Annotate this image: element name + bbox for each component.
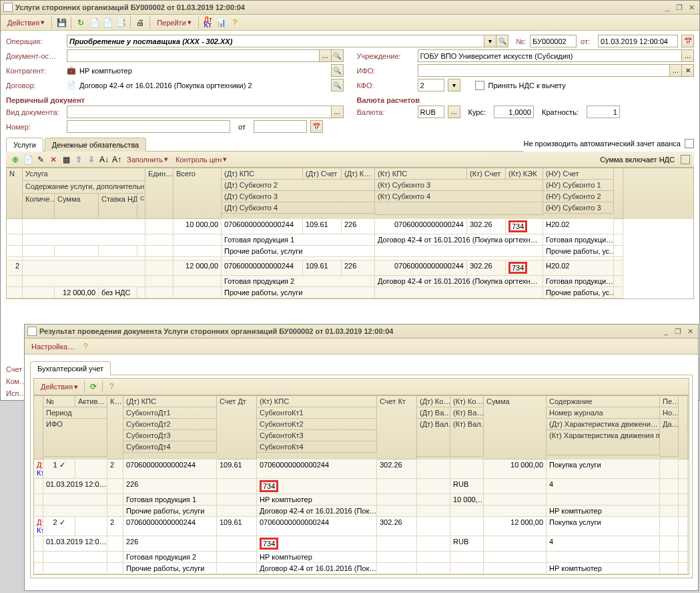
op-dropdown[interactable]: ▾ (484, 35, 496, 47)
col-dtschet[interactable]: (Дт) Счет (303, 168, 342, 180)
kontragent-input[interactable] (77, 64, 332, 77)
copy-icon[interactable]: 📄 (102, 17, 113, 28)
col-usluga[interactable]: Услуга (23, 168, 145, 181)
actions-menu[interactable]: Действия ▾ (5, 17, 47, 28)
nomer-date[interactable] (254, 120, 307, 133)
col-skkt1[interactable]: СубконтоКт1 (257, 407, 377, 419)
col-dthar[interactable]: (Дт) Характеристика движени… (547, 419, 660, 430)
col-no[interactable]: Но… (660, 407, 679, 419)
dogovor-search[interactable]: 🔍 (331, 79, 344, 91)
col-dtsk3[interactable]: (Дт) Субконто 3 (222, 191, 375, 202)
col-skdt1[interactable]: СубконтоДт1 (123, 407, 217, 419)
uchr-pick[interactable]: … (681, 49, 694, 62)
col-ktva[interactable]: (Кт) Ва… (450, 407, 484, 419)
col-ktkps[interactable]: (Кт) КПС (257, 396, 377, 407)
nomer-date-pick[interactable]: 📅 (310, 120, 323, 133)
col-dtko[interactable]: (Дт) Ко… (417, 396, 450, 407)
col-kol[interactable]: Количе… (23, 194, 55, 219)
ifo-input[interactable] (418, 64, 671, 77)
kontr-search[interactable]: 🔍 (331, 64, 344, 77)
col-pe[interactable]: Пе… (660, 396, 679, 407)
col-schetkt[interactable]: Счет Кт (377, 396, 417, 459)
col-dtva[interactable]: (Дт) Ва… (417, 407, 450, 419)
num-input[interactable] (530, 35, 577, 47)
add-copy-icon[interactable]: 📄 (23, 154, 33, 165)
col-dtkps[interactable]: (Дт) КПС (222, 168, 303, 180)
grid-row[interactable]: 1 10 000,00 07060000000000244 109.61 226… (7, 219, 693, 260)
maximize-button[interactable]: ❐ (673, 327, 683, 336)
col-ktkek[interactable]: (Кт) КЭК (506, 168, 543, 180)
based-icon[interactable]: 📑 (115, 17, 126, 28)
chart-icon[interactable]: 📊 (216, 17, 227, 28)
tab-uslugi[interactable]: Услуги (6, 138, 43, 152)
col-sn[interactable]: С…Н… (137, 194, 145, 219)
close-button[interactable]: ✕ (686, 3, 697, 12)
kurs-input[interactable] (494, 106, 534, 118)
result-row[interactable]: ДтКт 2 ✓ 2 07060000000000244109.61 07060… (34, 517, 689, 536)
col-nusk1[interactable]: (НУ) Субконто 1 (543, 180, 614, 191)
col-ifo[interactable]: ИФО (43, 419, 107, 457)
valuta-input[interactable] (418, 106, 444, 118)
tab-denezh[interactable]: Денежные обязательства (45, 138, 146, 152)
goto-menu[interactable]: Перейти ▾ (154, 17, 194, 28)
nomer-input[interactable] (67, 120, 230, 133)
col-ktko[interactable]: (Кт) Ко… (450, 396, 484, 407)
col-skdt4[interactable]: СубконтоДт4 (123, 441, 217, 453)
col-dtval[interactable]: (Дт) Вал. сумма (417, 419, 450, 457)
settings-button[interactable]: Настройка… (29, 341, 77, 352)
uchr-input[interactable] (418, 49, 683, 62)
col-nusk2[interactable]: (НУ) Субконто 2 (543, 191, 614, 202)
col-nusk3[interactable]: (НУ) Субконто 3 (543, 202, 614, 214)
ifo-pick[interactable]: … (669, 64, 682, 77)
down-icon[interactable]: ⇩ (86, 154, 97, 165)
valuta-pick[interactable]: … (448, 106, 460, 118)
col-summa[interactable]: Сумма (55, 194, 99, 219)
col-edin[interactable]: Един… (145, 168, 173, 219)
col-soder[interactable]: Содержание (547, 396, 660, 407)
help-icon[interactable]: ? (80, 341, 91, 352)
operation-input[interactable] (67, 35, 484, 47)
col-ktschet[interactable]: (Кт) Счет (467, 168, 506, 180)
close-button[interactable]: ✕ (685, 327, 695, 336)
doc-os-input[interactable] (67, 49, 320, 62)
print-icon[interactable]: 🖨 (135, 17, 145, 28)
viddok-input[interactable] (67, 106, 332, 118)
up-icon[interactable]: ⇧ (73, 154, 84, 165)
help-icon[interactable]: ? (230, 17, 240, 28)
tab-bukh[interactable]: Бухгалтерский учет (30, 361, 111, 375)
col-skkt3[interactable]: СубконтоКт3 (257, 430, 377, 441)
clear-icon[interactable]: ▦ (61, 154, 71, 165)
col-vsego[interactable]: Всего (173, 168, 222, 219)
col-ktkps[interactable]: (Кт) КПС (375, 168, 467, 180)
col-stavka[interactable]: Ставка НДС (99, 194, 137, 219)
price-control-menu[interactable]: Контроль цен ▾ (173, 154, 230, 165)
edit-icon[interactable]: ✎ (35, 154, 46, 165)
col-ktsk3[interactable]: (Кт) Субконто 3 (375, 180, 543, 191)
save-icon[interactable]: 💾 (56, 17, 67, 28)
maximize-button[interactable]: ❐ (674, 3, 685, 12)
sort-desc-icon[interactable]: A↑ (111, 154, 122, 165)
grid-row[interactable]: 2 12 000,00 07060000000000244 109.61 226… (7, 260, 693, 299)
col-schetdt[interactable]: Счет Дт (217, 396, 257, 459)
col-skdt2[interactable]: СубконтоДт2 (123, 419, 217, 430)
col-n[interactable]: № (43, 396, 75, 407)
col-ktsk4[interactable]: (Кт) Субконто 4 (375, 191, 543, 202)
col-sod[interactable]: Содержание услуги, дополнительные св… (23, 181, 145, 194)
col-summa[interactable]: Сумма (484, 396, 547, 459)
krat-input[interactable] (587, 106, 620, 118)
nds-checkbox[interactable] (475, 81, 484, 90)
op-search[interactable]: 🔍 (496, 35, 508, 47)
col-dtsk4[interactable]: (Дт) Субконто 4 (222, 202, 375, 214)
col-dtkps[interactable]: (Дт) КПС (123, 396, 217, 407)
sum-nds-checkbox[interactable] (681, 155, 690, 164)
post-icon[interactable]: ↻ (75, 17, 86, 28)
add-icon[interactable]: ⊕ (10, 154, 21, 165)
col-k[interactable]: К… (107, 396, 123, 459)
col-skkt2[interactable]: СубконтоКт2 (257, 419, 377, 430)
col-nomzh[interactable]: Номер журнала (547, 407, 660, 419)
col-skdt3[interactable]: СубконтоДт3 (123, 430, 217, 441)
actions-menu-2[interactable]: Действия ▾ (38, 381, 81, 393)
col-aktiv[interactable]: Актив… (75, 396, 107, 407)
new-icon[interactable]: 📄 (89, 17, 99, 28)
sort-asc-icon[interactable]: A↓ (99, 154, 109, 165)
